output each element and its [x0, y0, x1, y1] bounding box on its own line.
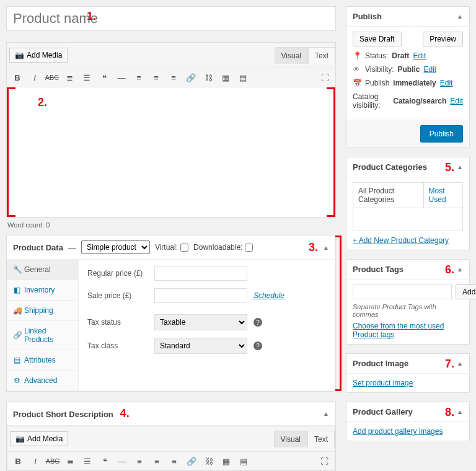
tax-status-select[interactable]: Taxable [154, 314, 247, 330]
bullet-list-icon[interactable]: ≣ [63, 71, 76, 84]
unlink-icon[interactable]: ⛓ [202, 454, 216, 468]
add-media-button-2[interactable]: 📷 Add Media [10, 431, 68, 446]
calendar-icon: 📅 [353, 79, 361, 87]
product-type-select[interactable]: Simple product [81, 240, 150, 254]
more-icon[interactable]: ▦ [219, 454, 233, 468]
italic-icon[interactable]: I [29, 454, 42, 468]
pd-tab-attributes[interactable]: ▤Attributes [7, 350, 78, 371]
bullet-list-icon[interactable]: ≣ [63, 454, 77, 468]
categories-list[interactable] [353, 208, 463, 231]
help-icon[interactable]: ? [253, 341, 262, 350]
edit-status-link[interactable]: Edit [413, 51, 426, 60]
more-icon[interactable]: ▦ [219, 71, 232, 84]
add-media-label: Add Media [27, 434, 63, 443]
tax-status-label: Tax status [87, 318, 148, 327]
link-icon[interactable]: 🔗 [184, 71, 198, 84]
align-right-icon[interactable]: ≡ [167, 454, 181, 468]
annotation-bracket [335, 236, 342, 391]
tags-title: Product Tags [353, 265, 403, 274]
regular-price-input[interactable] [154, 266, 247, 281]
hr-icon[interactable]: — [115, 71, 128, 84]
save-draft-button[interactable]: Save Draft [353, 32, 402, 46]
link-icon[interactable]: 🔗 [185, 454, 198, 468]
unlink-icon[interactable]: ⛓ [201, 71, 215, 84]
edit-publish-link[interactable]: Edit [440, 79, 453, 87]
tab-visual[interactable]: Visual [275, 47, 308, 64]
preview-button[interactable]: Preview [423, 32, 463, 46]
add-category-link[interactable]: + Add New Product Category [353, 236, 449, 245]
fullscreen-icon[interactable]: ⛶ [317, 454, 331, 468]
toolbar-toggle-icon[interactable]: ▤ [236, 71, 250, 84]
tags-note: Separate Product Tags with commas [353, 303, 463, 318]
virtual-checkbox[interactable] [180, 244, 188, 252]
pd-tab-general[interactable]: 🔧General [7, 260, 78, 280]
strike-icon[interactable]: ABC [46, 454, 60, 468]
pd-tab-shipping[interactable]: 🚚Shipping [7, 301, 78, 321]
short-desc-title: Product Short Description [13, 410, 113, 419]
add-gallery-link[interactable]: Add product gallery images [353, 427, 443, 436]
set-product-image-link[interactable]: Set product image [353, 379, 413, 387]
content-editor[interactable]: 2. [6, 87, 336, 218]
tab-most-used[interactable]: Most Used [424, 183, 462, 208]
annotation-8: 8. [445, 406, 454, 419]
truck-icon: 🚚 [13, 306, 20, 315]
pd-tab-linked[interactable]: 🔗Linked Products [7, 321, 78, 350]
catalog-value: Catalog/search [393, 97, 446, 105]
align-center-icon[interactable]: ≡ [150, 454, 164, 468]
edit-visibility-link[interactable]: Edit [423, 65, 436, 74]
fullscreen-icon[interactable]: ⛶ [318, 71, 332, 84]
choose-tags-link[interactable]: Choose from the most used Product tags [353, 322, 444, 339]
pd-tab-inventory[interactable]: ◧Inventory [7, 280, 78, 301]
bold-icon[interactable]: B [11, 454, 25, 468]
collapse-icon[interactable]: ▲ [457, 408, 463, 415]
tab-all-categories[interactable]: All Product Categories [353, 183, 424, 208]
collapse-icon[interactable]: ▲ [457, 164, 463, 170]
number-list-icon[interactable]: ☰ [80, 71, 94, 84]
tags-input[interactable] [353, 284, 452, 299]
align-center-icon[interactable]: ≡ [149, 71, 163, 84]
eye-icon: 👁 [353, 65, 361, 74]
align-left-icon[interactable]: ≡ [133, 454, 146, 468]
downloadable-checkbox-label: Downloadable: [193, 243, 253, 252]
align-left-icon[interactable]: ≡ [132, 71, 146, 84]
attributes-icon: ▤ [13, 356, 20, 364]
quote-icon[interactable]: ❝ [98, 454, 112, 468]
sale-price-input[interactable] [154, 288, 247, 303]
inventory-icon: ◧ [13, 286, 20, 294]
add-tag-button[interactable]: Add [456, 284, 476, 299]
strike-icon[interactable]: ABC [45, 71, 59, 84]
annotation-bracket [7, 143, 15, 217]
tab-visual-2[interactable]: Visual [274, 431, 307, 447]
align-right-icon[interactable]: ≡ [167, 71, 180, 84]
collapse-icon[interactable]: ▲ [457, 360, 463, 367]
categories-title: Product Categories [353, 162, 427, 172]
collapse-icon[interactable]: ▲ [323, 410, 329, 417]
edit-catalog-link[interactable]: Edit [450, 97, 463, 105]
downloadable-checkbox[interactable] [245, 244, 253, 252]
collapse-icon[interactable]: ▲ [457, 266, 463, 273]
publish-button[interactable]: Publish [420, 125, 463, 143]
toolbar-toggle-icon[interactable]: ▤ [237, 454, 250, 468]
schedule-link[interactable]: Schedule [253, 291, 284, 300]
hr-icon[interactable]: — [115, 454, 129, 468]
tab-text[interactable]: Text [308, 47, 335, 64]
publish-value: immediately [393, 79, 436, 87]
help-icon[interactable]: ? [253, 318, 262, 327]
add-media-button[interactable]: 📷 Add Media [9, 48, 68, 63]
tab-text-2[interactable]: Text [307, 431, 335, 447]
bold-icon[interactable]: B [11, 71, 24, 84]
word-count: Word count: 0 [6, 218, 336, 232]
gear-icon: ⚙ [13, 376, 20, 385]
virtual-checkbox-label: Virtual: [155, 243, 188, 252]
pin-icon: 📍 [353, 51, 361, 60]
tax-class-select[interactable]: Standard [154, 338, 247, 354]
pd-tab-advanced[interactable]: ⚙Advanced [7, 371, 78, 391]
product-name-input[interactable] [6, 6, 336, 31]
collapse-icon[interactable]: ▲ [457, 13, 463, 20]
italic-icon[interactable]: I [28, 71, 42, 84]
gallery-title: Product Gallery [353, 407, 413, 416]
collapse-icon[interactable]: ▲ [323, 244, 329, 251]
quote-icon[interactable]: ❝ [97, 71, 111, 84]
number-list-icon[interactable]: ☰ [81, 454, 94, 468]
annotation-5: 5. [445, 161, 454, 174]
